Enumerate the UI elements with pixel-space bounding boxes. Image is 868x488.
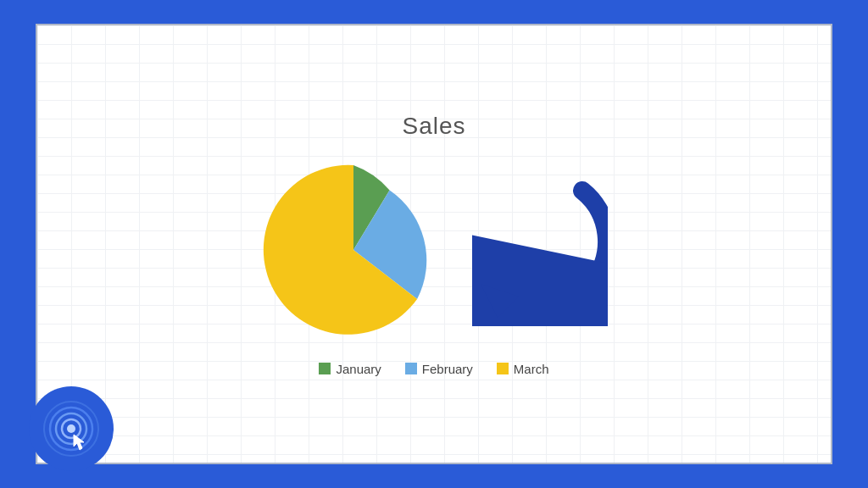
legend-label-march: March (514, 362, 549, 376)
legend-item-january: January (319, 362, 381, 376)
legend-item-february: February (405, 362, 473, 376)
logo-badge (29, 386, 114, 471)
legend-color-january (319, 363, 331, 374)
circular-arrow-path (502, 191, 607, 307)
chart-legend: January February March (319, 362, 548, 376)
spreadsheet-background: Sales (36, 24, 832, 464)
circular-arrow-svg (472, 174, 608, 326)
legend-label-february: February (422, 362, 473, 376)
chart-title: Sales (402, 113, 465, 140)
pie-chart-wrapper (260, 157, 447, 343)
arrow-container (472, 174, 608, 326)
svg-point-5 (67, 424, 75, 433)
pie-chart-svg (260, 157, 447, 343)
legend-label-january: January (336, 362, 381, 376)
legend-item-march: March (497, 362, 549, 376)
logo-svg (42, 399, 101, 458)
chart-container: Sales (260, 113, 608, 376)
legend-color-february (405, 363, 417, 374)
legend-color-march (497, 363, 509, 374)
svg-marker-6 (74, 435, 84, 450)
chart-area (260, 157, 608, 343)
